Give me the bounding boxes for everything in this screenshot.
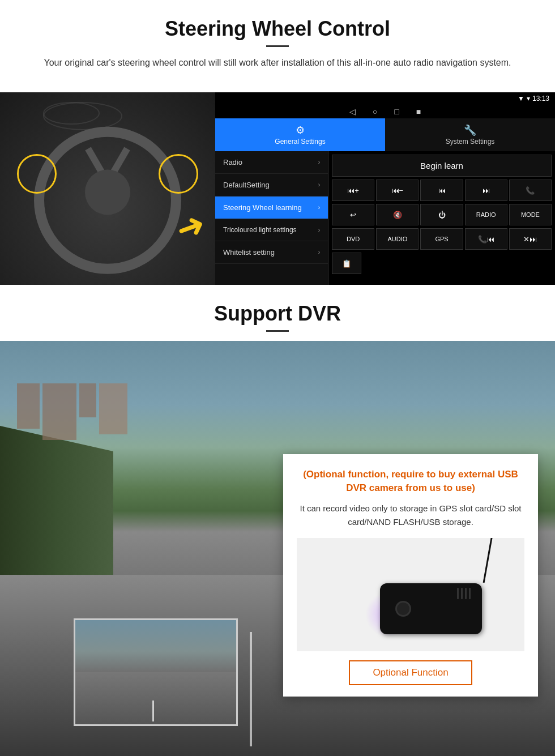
menu-defaultsetting-label: DefaultSetting [223,181,270,189]
android-tabs: ⚙ General Settings 🔧 System Settings [215,118,555,151]
btn-vol-up[interactable]: ⏮+ [332,180,374,201]
dvr-camera-body [380,583,482,634]
road-center-line [250,632,252,747]
sw-arrow-icon: ➜ [170,203,211,250]
chevron-right-icon: › [318,182,320,188]
chevron-right-icon: › [318,249,320,255]
signal-icon: ▼ [518,95,524,102]
menu-item-tricoloured[interactable]: Tricoloured light settings › [215,219,328,241]
dvr-info-text: It can record video only to storage in G… [297,502,524,529]
btn-back[interactable]: ↩ [332,204,374,225]
btn-dvd[interactable]: DVD [332,228,374,250]
nav-menu-icon[interactable]: ■ [416,107,421,116]
nav-back-icon[interactable]: ◁ [349,107,356,116]
tab-general-settings[interactable]: ⚙ General Settings [215,118,385,151]
btn-next-track[interactable]: ⏭ [465,180,507,201]
menu-item-steering-wheel-learning[interactable]: Steering Wheel learning › [215,197,328,219]
begin-learn-button[interactable]: Begin learn [332,155,552,177]
btn-radio[interactable]: RADIO [465,204,507,225]
nav-recents-icon[interactable]: □ [394,107,399,116]
subtitle-text: Your original car's steering wheel contr… [34,56,521,70]
menu-item-default-setting[interactable]: DefaultSetting › [215,174,328,197]
control-buttons-row-1: ⏮+ ⏮− ⏮ ⏭ 📞 [332,180,552,201]
control-buttons-row-4: 📋 [332,253,552,274]
building-3 [79,383,96,417]
dvr-composite: (Optional function, require to buy exter… [0,341,555,756]
dvr-info-title: (Optional function, require to buy exter… [297,468,524,495]
steering-composite: ➜ ▼ ▾ 13:13 ◁ ○ □ ■ ⚙ General Settings 🔧… [0,92,555,285]
btn-vol-down[interactable]: ⏮− [376,180,419,201]
wifi-icon: ▾ [527,95,530,102]
btn-mute-next[interactable]: ✕⏭ [509,228,552,250]
control-buttons-row-3: DVD AUDIO GPS 📞⏮ ✕⏭ [332,228,552,250]
dvr-footer: Optional Function [297,660,524,685]
dvr-info-card: (Optional function, require to buy exter… [283,454,538,697]
menu-item-radio[interactable]: Radio › [215,151,328,174]
android-statusbar: ▼ ▾ 13:13 [215,92,555,105]
dvr-section: Support DVR (Optional function, require … [0,285,555,756]
inset-road-line [152,701,154,721]
optional-function-button[interactable]: Optional Function [349,660,472,685]
dvr-camera-image [297,538,524,651]
chevron-right-icon: › [318,159,320,165]
dvr-inset-view [74,618,238,726]
android-right-panel: Begin learn ⏮+ ⏮− ⏮ ⏭ 📞 ↩ 🔇 ⏻ RADIO MODE [328,151,555,285]
steering-section: Steering Wheel Control Your original car… [0,0,555,92]
statusbar-time: 13:13 [532,95,549,102]
android-navbar: ◁ ○ □ ■ [215,105,555,118]
sw-highlight-left [17,154,57,194]
chevron-right-icon: › [318,204,320,211]
menu-whitelist-label: Whitelist setting [223,248,275,257]
android-panel: ▼ ▾ 13:13 ◁ ○ □ ■ ⚙ General Settings 🔧 S… [215,92,555,285]
btn-phone-prev[interactable]: 📞⏮ [465,228,507,250]
wrench-icon: 🔧 [464,124,476,136]
camera-lens [395,601,411,617]
btn-gps[interactable]: GPS [420,228,463,250]
tab-general-label: General Settings [275,138,325,146]
begin-learn-label: Begin learn [420,161,463,170]
nav-home-icon[interactable]: ○ [373,107,377,116]
page-title: Steering Wheel Control [23,17,532,41]
btn-phone[interactable]: 📞 [509,180,552,201]
menu-tricoloured-label: Tricoloured light settings [223,226,318,234]
dvr-title: Support DVR [0,302,555,326]
building-1 [17,383,40,429]
control-buttons-row-2: ↩ 🔇 ⏻ RADIO MODE [332,204,552,225]
title-divider [266,45,289,47]
tab-system-label: System Settings [446,138,495,146]
btn-audio[interactable]: AUDIO [376,228,419,250]
dvr-title-divider [266,330,289,332]
menu-item-whitelist[interactable]: Whitelist setting › [215,241,328,264]
steering-wheel-center [85,169,130,215]
btn-extra[interactable]: 📋 [332,253,361,274]
gear-icon: ⚙ [296,124,305,136]
btn-mode[interactable]: MODE [509,204,552,225]
tab-system-settings[interactable]: 🔧 System Settings [385,118,555,151]
building-4 [99,383,127,434]
dvr-buildings [17,383,127,440]
steering-wheel-bg: ➜ [0,92,215,285]
inset-road [75,672,236,724]
camera-vents [457,588,471,599]
building-2 [42,383,76,440]
btn-mute[interactable]: 🔇 [376,204,419,225]
menu-radio-label: Radio [223,158,242,166]
btn-prev-track[interactable]: ⏮ [420,180,463,201]
chevron-right-icon: › [318,227,320,233]
camera-cable [483,538,497,583]
steering-photo: ➜ [0,92,215,285]
menu-swl-label: Steering Wheel learning [223,203,302,212]
btn-power[interactable]: ⏻ [420,204,463,225]
sw-highlight-right [159,154,198,194]
android-menu: Radio › DefaultSetting › Steering Wheel … [215,151,328,285]
android-content: Radio › DefaultSetting › Steering Wheel … [215,151,555,285]
